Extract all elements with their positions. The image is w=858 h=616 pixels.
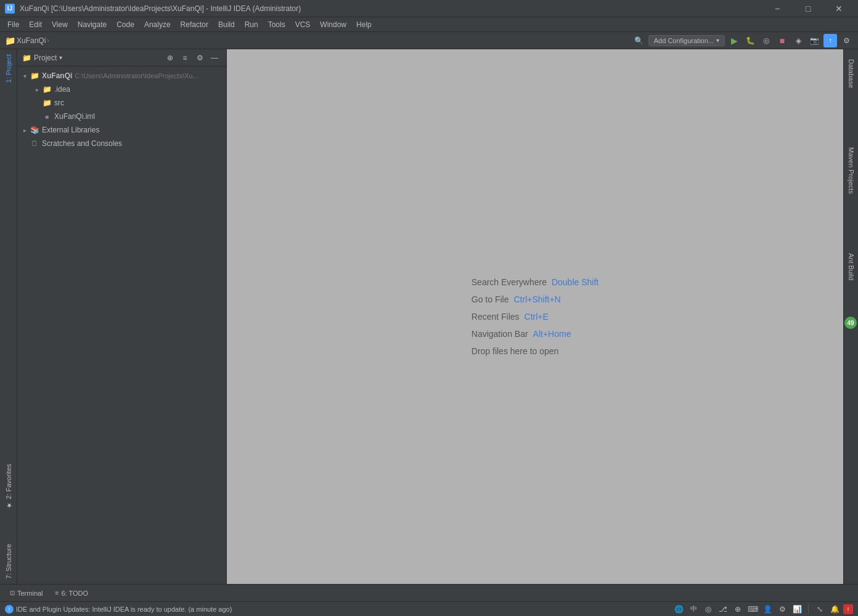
bottom-tab-terminal[interactable]: ⊡ Terminal xyxy=(5,588,48,598)
expand-status-icon[interactable]: ⤡ xyxy=(814,603,826,615)
update-notification-icon: ! xyxy=(5,605,14,614)
scratch-icon: 🗒 xyxy=(30,139,39,148)
src-folder-icon: 📁 xyxy=(42,98,52,108)
close-button[interactable]: ✕ xyxy=(825,0,853,17)
breadcrumb: 📁 XuFanQi › xyxy=(5,36,49,46)
tree-item-label-root: XuFanQi xyxy=(42,71,72,80)
notifications-icon[interactable]: 🔔 xyxy=(828,603,841,615)
main-layout: 1: Project ★ 2: Favorites 7: Structure 📁… xyxy=(0,49,858,584)
tree-item-scratches[interactable]: ▸ 🗒 Scratches and Consoles xyxy=(17,137,226,150)
git-icon[interactable]: ⎇ xyxy=(717,603,729,615)
panel-settings-icon[interactable]: ⚙ xyxy=(193,51,206,65)
menu-navigate[interactable]: Navigate xyxy=(73,19,112,30)
hint-drop-files: Drop files here to open xyxy=(472,346,559,356)
user-icon[interactable]: 👤 xyxy=(761,603,774,615)
tree-item-label-scratches: Scratches and Consoles xyxy=(42,139,122,148)
tree-item-ext-libs[interactable]: ▸ 📚 External Libraries xyxy=(17,123,226,137)
sidebar-tab-favorites[interactable]: ★ 2: Favorites xyxy=(0,459,17,514)
settings-status-icon[interactable]: ⚙ xyxy=(776,603,788,615)
sidebar-spacer xyxy=(0,87,17,458)
hint-recent-files: Recent Files Ctrl+E xyxy=(472,312,549,322)
maximize-button[interactable]: □ xyxy=(794,0,822,17)
title-bar: IJ XuFanQi [C:\Users\Administrator\IdeaP… xyxy=(0,0,858,17)
chinese-input-icon[interactable]: 中 xyxy=(687,603,700,615)
error-badge: ! xyxy=(843,604,853,614)
app-icon: IJ xyxy=(5,4,15,14)
menu-bar: File Edit View Navigate Code Analyze Ref… xyxy=(0,17,858,32)
hint-navigation-bar: Navigation Bar Alt+Home xyxy=(472,329,571,339)
menu-analyze[interactable]: Analyze xyxy=(139,19,176,30)
tree-item-idea[interactable]: ▸ 📁 .idea xyxy=(17,83,226,96)
window-controls: − □ ✕ xyxy=(763,0,853,17)
status-bar-left: ! IDE and Plugin Updates: IntelliJ IDEA … xyxy=(5,605,232,614)
profile-button[interactable]: ◈ xyxy=(791,34,805,47)
menu-view[interactable]: View xyxy=(47,19,73,30)
panel-locate-icon[interactable]: ⊕ xyxy=(163,51,177,65)
iml-file-icon: ■ xyxy=(42,111,52,121)
keyboard-icon[interactable]: ⌨ xyxy=(746,603,759,615)
tree-item-iml[interactable]: ▸ ■ XuFanQi.iml xyxy=(17,110,226,123)
run-button[interactable]: ▶ xyxy=(727,34,741,47)
menu-file[interactable]: File xyxy=(2,19,24,30)
expand-idea-icon: ▸ xyxy=(32,84,42,94)
menu-window[interactable]: Window xyxy=(315,19,351,30)
menu-tools[interactable]: Tools xyxy=(263,19,290,30)
right-tab-maven[interactable]: Maven Projects xyxy=(845,142,857,199)
project-panel: 📁 Project ▾ ⊕ ≡ ⚙ — ▾ 📁 XuFanQi C:\Users… xyxy=(17,49,227,584)
chart-icon[interactable]: 📊 xyxy=(791,603,803,615)
dropdown-arrow-icon: ▾ xyxy=(716,37,719,44)
hint-search-everywhere: Search Everywhere Double Shift xyxy=(472,277,599,287)
sidebar-tab-structure[interactable]: 7: Structure xyxy=(0,539,17,584)
project-folder-icon: 📁 xyxy=(30,71,39,81)
sidebar-tab-project[interactable]: 1: Project xyxy=(0,49,17,87)
status-bar-right: 🌐 中 ◎ ⎇ ⊕ ⌨ 👤 ⚙ 📊 ⤡ 🔔 ! xyxy=(672,603,853,615)
add-configuration-button[interactable]: Add Configuration... ▾ xyxy=(648,35,725,46)
right-tab-database[interactable]: Database xyxy=(845,54,857,93)
expand-ext-icon: ▸ xyxy=(20,125,30,135)
status-divider xyxy=(808,604,809,614)
tree-item-src[interactable]: ▸ 📁 src xyxy=(17,96,226,110)
bottom-toolbar: ⊡ Terminal ≡ 6: TODO xyxy=(0,584,858,601)
editor-area: Search Everywhere Double Shift Go to Fil… xyxy=(227,49,843,584)
update-icon[interactable]: ↑ xyxy=(823,34,837,47)
coverage-button[interactable]: ◎ xyxy=(759,34,773,47)
right-strip: Database Maven Projects Ant Build 49 xyxy=(843,49,858,584)
search-everywhere-icon[interactable]: 🔍 xyxy=(632,34,646,47)
panel-scroll-icon[interactable]: ≡ xyxy=(178,51,192,65)
debug-button[interactable]: 🐛 xyxy=(743,34,757,47)
coverage-status-icon[interactable]: ◎ xyxy=(702,603,714,615)
panel-title: 📁 Project ▾ xyxy=(22,54,62,62)
tree-item-label-idea: .idea xyxy=(54,85,70,94)
menu-code[interactable]: Code xyxy=(112,19,139,30)
menu-help[interactable]: Help xyxy=(351,19,377,30)
tree-item-path: C:\Users\Administrator\IdeaProjects\Xu..… xyxy=(75,72,198,79)
settings-icon[interactable]: ⚙ xyxy=(840,34,853,47)
panel-hide-icon[interactable]: — xyxy=(208,51,221,65)
network-icon[interactable]: 🌐 xyxy=(672,603,685,615)
hint-goto-file: Go to File Ctrl+Shift+N xyxy=(472,294,561,304)
tree-item-root[interactable]: ▾ 📁 XuFanQi C:\Users\Administrator\IdeaP… xyxy=(17,69,226,83)
minimize-button[interactable]: − xyxy=(763,0,791,17)
window-title: XuFanQi [C:\Users\Administrator\IdeaProj… xyxy=(20,4,301,13)
stop-button[interactable]: ■ xyxy=(775,34,789,47)
title-bar-left: IJ XuFanQi [C:\Users\Administrator\IdeaP… xyxy=(5,4,301,14)
nav-bar-right: 🔍 Add Configuration... ▾ ▶ 🐛 ◎ ■ ◈ 📷 ↑ ⚙ xyxy=(632,34,853,47)
right-tab-ant[interactable]: Ant Build xyxy=(845,248,857,285)
menu-run[interactable]: Run xyxy=(240,19,263,30)
notification-badge[interactable]: 49 xyxy=(844,317,857,329)
ext-libs-icon: 📚 xyxy=(30,125,39,135)
menu-build[interactable]: Build xyxy=(213,19,240,30)
status-bar: ! IDE and Plugin Updates: IntelliJ IDEA … xyxy=(0,601,858,616)
menu-edit[interactable]: Edit xyxy=(24,19,47,30)
panel-header: 📁 Project ▾ ⊕ ≡ ⚙ — xyxy=(17,49,226,67)
idea-folder-icon: 📁 xyxy=(42,84,52,94)
bottom-tab-todo[interactable]: ≡ 6: TODO xyxy=(51,588,93,598)
left-sidebar: 1: Project ★ 2: Favorites 7: Structure xyxy=(0,49,17,584)
panel-header-controls: ⊕ ≡ ⚙ — xyxy=(163,51,221,65)
menu-vcs[interactable]: VCS xyxy=(290,19,316,30)
panel-dropdown-icon[interactable]: ▾ xyxy=(59,54,62,61)
branch-icon[interactable]: ⊕ xyxy=(732,603,744,615)
camera-icon[interactable]: 📷 xyxy=(807,34,821,47)
menu-refactor[interactable]: Refactor xyxy=(176,19,213,30)
tree-item-label-src: src xyxy=(54,99,64,107)
